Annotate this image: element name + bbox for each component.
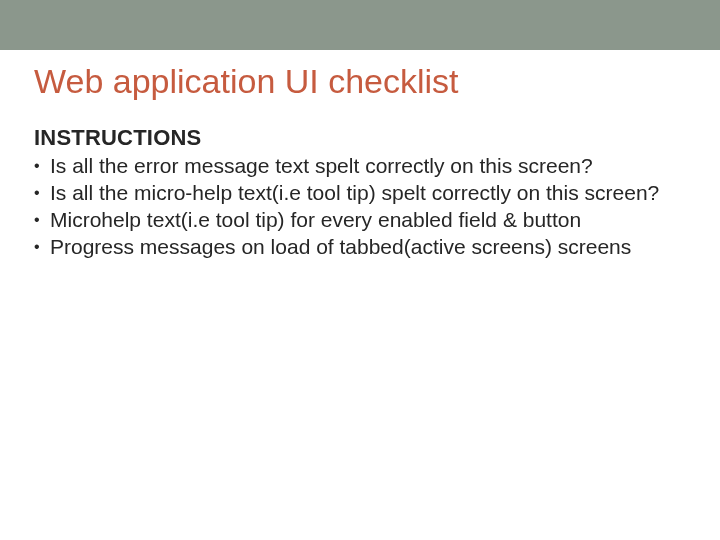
slide-title: Web application UI checklist <box>34 62 686 101</box>
section-heading: INSTRUCTIONS <box>34 125 686 151</box>
list-item: Microhelp text(i.e tool tip) for every e… <box>34 207 686 234</box>
list-item: Is all the error message text spelt corr… <box>34 153 686 180</box>
bullet-list: Is all the error message text spelt corr… <box>34 153 686 261</box>
slide-content: Web application UI checklist INSTRUCTION… <box>0 50 720 261</box>
list-item: Is all the micro-help text(i.e tool tip)… <box>34 180 686 207</box>
top-accent-bar <box>0 0 720 50</box>
list-item: Progress messages on load of tabbed(acti… <box>34 234 686 261</box>
